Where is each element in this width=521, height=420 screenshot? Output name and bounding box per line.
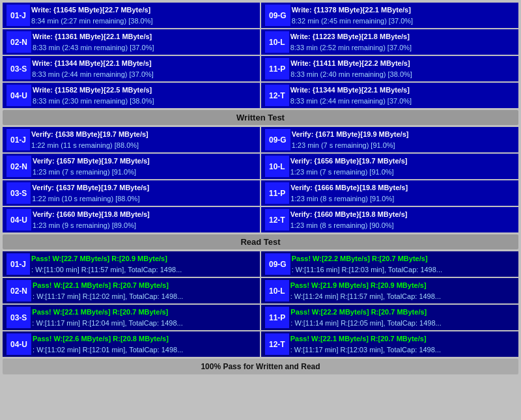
cell-content: Pass! W:[22.1 MByte/s] R:[20.7 MByte/s]:… xyxy=(32,307,256,328)
grid-cell: 03-SWrite: {11344 MByte}[22.1 MByte/s]8:… xyxy=(3,56,260,81)
cell-content: Pass! W:[21.9 MByte/s] R:[20.9 MByte/s]:… xyxy=(290,280,514,301)
cell-line2: 8:33 min (2:52 min remaining) [37.0%] xyxy=(290,42,514,53)
cell-id-label: 12-T xyxy=(265,85,289,106)
cell-id-label: 01-J xyxy=(7,5,30,26)
cell-id-label: 04-U xyxy=(7,333,31,355)
cell-id-label: 04-U xyxy=(7,85,31,106)
cell-id-label: 03-S xyxy=(7,58,31,79)
write-section: 01-JWrite: {11645 MByte}[22.7 MByte/s]8:… xyxy=(3,3,518,125)
cell-line1: Pass! W:[22.1 MByte/s] R:[20.7 MByte/s] xyxy=(33,280,256,291)
cell-line1: Write: {11582 MByte}[22.5 MByte/s] xyxy=(33,85,256,96)
cell-line2: 8:34 min (2:27 min remaining) [38.0%] xyxy=(31,16,256,27)
cell-id-label: 12-T xyxy=(265,333,289,355)
cell-id-label: 10-L xyxy=(265,156,289,177)
cell-id-label: 11-P xyxy=(265,307,289,328)
cell-content: Pass! W:[22.1 MByte/s] R:[20.7 MByte/s]:… xyxy=(290,333,514,355)
cell-id-label: 02-N xyxy=(7,156,31,177)
cell-content: Verify: {1656 MByte}[19.7 MByte/s]1:23 m… xyxy=(290,156,514,177)
main-container: 01-JWrite: {11645 MByte}[22.7 MByte/s]8:… xyxy=(0,0,521,377)
cell-id-label: 09-G xyxy=(265,253,290,275)
cell-line1: Pass! W:[22.7 MByte/s] R:[20.9 MByte/s] xyxy=(31,253,256,264)
grid-cell: 12-TVerify: {1660 MByte}[19.8 MByte/s]1:… xyxy=(261,207,518,232)
cell-content: Pass! W:[22.6 MByte/s] R:[20.8 MByte/s]:… xyxy=(33,333,256,355)
cell-line2: 1:22 min (10 s remaining) [88.0%] xyxy=(32,193,256,204)
cell-id-label: 11-P xyxy=(265,58,289,79)
cell-line1: Pass! W:[22.2 MByte/s] R:[20.7 MByte/s] xyxy=(292,253,514,264)
cell-line2: : W:[11:14 min] R:[12:05 min], TotalCap:… xyxy=(290,318,514,329)
grid-cell: 03-SVerify: {1637 MByte}[19.7 MByte/s]1:… xyxy=(3,180,260,206)
cell-content: Write: {11582 MByte}[22.5 MByte/s]8:33 m… xyxy=(33,85,256,106)
grid-cell: 09-GVerify: {1671 MByte}[19.9 MByte/s]1:… xyxy=(261,127,518,152)
cell-id-label: 09-G xyxy=(265,129,290,150)
cell-line1: Verify: {1657 MByte}[19.7 MByte/s] xyxy=(33,156,256,167)
cell-line1: Write: {11344 MByte}[22.1 MByte/s] xyxy=(32,58,256,69)
cell-id-label: 10-L xyxy=(265,280,289,301)
cell-line2: 1:22 min (11 s remaining) [88.0%] xyxy=(31,140,256,151)
cell-line1: Pass! W:[22.1 MByte/s] R:[20.7 MByte/s] xyxy=(290,333,514,344)
cell-line2: 1:23 min (8 s remaining) [91.0%] xyxy=(290,193,514,204)
cell-line1: Write: {11361 MByte}[22.1 MByte/s] xyxy=(33,31,256,42)
cell-id-label: 04-U xyxy=(7,209,31,231)
cell-line2: : W:[11:17 min] R:[12:04 min], TotalCap:… xyxy=(32,318,256,329)
cell-id-label: 09-G xyxy=(265,5,290,26)
grid-cell: 10-LPass! W:[21.9 MByte/s] R:[20.9 MByte… xyxy=(261,278,518,303)
grid-cell: 03-SPass! W:[22.1 MByte/s] R:[20.7 MByte… xyxy=(3,305,260,330)
cell-content: Write: {11344 MByte}[22.1 MByte/s]8:33 m… xyxy=(32,58,256,79)
cell-content: Write: {11361 MByte}[22.1 MByte/s]8:33 m… xyxy=(33,31,256,53)
cell-line1: Write: {11645 MByte}[22.7 MByte/s] xyxy=(31,5,256,16)
pass-grid: 01-JPass! W:[22.7 MByte/s] R:[20.9 MByte… xyxy=(3,251,518,357)
cell-line2: 8:33 min (2:44 min remaining) [37.0%] xyxy=(32,69,256,80)
grid-cell: 04-UVerify: {1660 MByte}[19.8 MByte/s]1:… xyxy=(3,207,260,232)
cell-content: Write: {11645 MByte}[22.7 MByte/s]8:34 m… xyxy=(31,5,256,26)
cell-content: Verify: {1660 MByte}[19.8 MByte/s]1:23 m… xyxy=(33,209,256,231)
cell-line2: 1:23 min (7 s remaining) [91.0%] xyxy=(33,167,256,178)
cell-line1: Pass! W:[22.6 MByte/s] R:[20.8 MByte/s] xyxy=(33,333,256,344)
grid-cell: 02-NVerify: {1657 MByte}[19.7 MByte/s]1:… xyxy=(3,154,260,179)
cell-line2: : W:[11:00 min] R:[11:57 min], TotalCap:… xyxy=(31,264,256,275)
write-grid: 01-JWrite: {11645 MByte}[22.7 MByte/s]8:… xyxy=(3,3,518,108)
grid-cell: 02-NWrite: {11361 MByte}[22.1 MByte/s]8:… xyxy=(3,29,260,55)
cell-line2: : W:[11:24 min] R:[11:57 min], TotalCap:… xyxy=(290,291,514,302)
cell-line2: : W:[11:02 min] R:[12:01 min], TotalCap:… xyxy=(33,344,256,356)
read-test-header: Read Test xyxy=(3,234,518,249)
cell-line1: Write: {11378 MByte}[22.1 MByte/s] xyxy=(292,5,514,16)
cell-line2: 1:23 min (7 s remaining) [91.0%] xyxy=(290,167,514,178)
verify-grid: 01-JVerify: {1638 MByte}[19.7 MByte/s]1:… xyxy=(3,127,518,232)
cell-content: Verify: {1666 MByte}[19.8 MByte/s]1:23 m… xyxy=(290,182,514,204)
cell-content: Pass! W:[22.1 MByte/s] R:[20.7 MByte/s]:… xyxy=(33,280,256,301)
cell-line1: Write: {11411 MByte}[22.2 MByte/s] xyxy=(290,58,514,69)
cell-line1: Pass! W:[21.9 MByte/s] R:[20.9 MByte/s] xyxy=(290,280,514,291)
cell-line2: 8:33 min (2:44 min remaining) [37.0%] xyxy=(290,96,514,107)
grid-cell: 12-TPass! W:[22.1 MByte/s] R:[20.7 MByte… xyxy=(261,331,518,357)
cell-line2: 1:23 min (7 s remaining) [91.0%] xyxy=(292,140,514,151)
cell-content: Verify: {1660 MByte}[19.8 MByte/s]1:23 m… xyxy=(290,209,514,231)
cell-id-label: 01-J xyxy=(7,129,30,150)
cell-line2: 8:33 min (2:43 min remaining) [37.0%] xyxy=(33,42,256,53)
cell-id-label: 01-J xyxy=(7,253,30,275)
cell-id-label: 03-S xyxy=(7,182,31,204)
cell-line1: Verify: {1660 MByte}[19.8 MByte/s] xyxy=(290,209,514,220)
grid-cell: 12-TWrite: {11344 MByte}[22.1 MByte/s]8:… xyxy=(261,83,518,108)
cell-line1: Write: {11344 MByte}[22.1 MByte/s] xyxy=(290,85,514,96)
grid-cell: 04-UPass! W:[22.6 MByte/s] R:[20.8 MByte… xyxy=(3,331,260,357)
cell-id-label: 11-P xyxy=(265,182,289,204)
grid-cell: 09-GPass! W:[22.2 MByte/s] R:[20.7 MByte… xyxy=(261,251,518,277)
cell-line2: 8:33 min (2:30 min remaining) [38.0%] xyxy=(33,96,256,107)
grid-cell: 04-UWrite: {11582 MByte}[22.5 MByte/s]8:… xyxy=(3,83,260,108)
cell-line2: : W:[11:17 min] R:[12:03 min], TotalCap:… xyxy=(290,344,514,356)
cell-line1: Verify: {1638 MByte}[19.7 MByte/s] xyxy=(31,129,256,140)
cell-line2: 1:23 min (8 s remaining) [90.0%] xyxy=(290,220,514,231)
cell-content: Write: {11223 MByte}[21.8 MByte/s]8:33 m… xyxy=(290,31,514,53)
grid-cell: 01-JPass! W:[22.7 MByte/s] R:[20.9 MByte… xyxy=(3,251,260,277)
cell-line2: : W:[11:16 min] R:[12:03 min], TotalCap:… xyxy=(292,264,514,275)
cell-content: Write: {11344 MByte}[22.1 MByte/s]8:33 m… xyxy=(290,85,514,106)
footer-status: 100% Pass for Written and Read xyxy=(3,359,518,374)
cell-line1: Verify: {1637 MByte}[19.7 MByte/s] xyxy=(32,182,256,193)
grid-cell: 10-LWrite: {11223 MByte}[21.8 MByte/s]8:… xyxy=(261,29,518,55)
cell-id-label: 10-L xyxy=(265,31,289,53)
grid-cell: 02-NPass! W:[22.1 MByte/s] R:[20.7 MByte… xyxy=(3,278,260,303)
cell-content: Pass! W:[22.7 MByte/s] R:[20.9 MByte/s]:… xyxy=(31,253,256,275)
cell-id-label: 12-T xyxy=(265,209,289,231)
cell-id-label: 02-N xyxy=(7,280,31,301)
grid-cell: 11-PPass! W:[22.2 MByte/s] R:[20.7 MByte… xyxy=(261,305,518,330)
